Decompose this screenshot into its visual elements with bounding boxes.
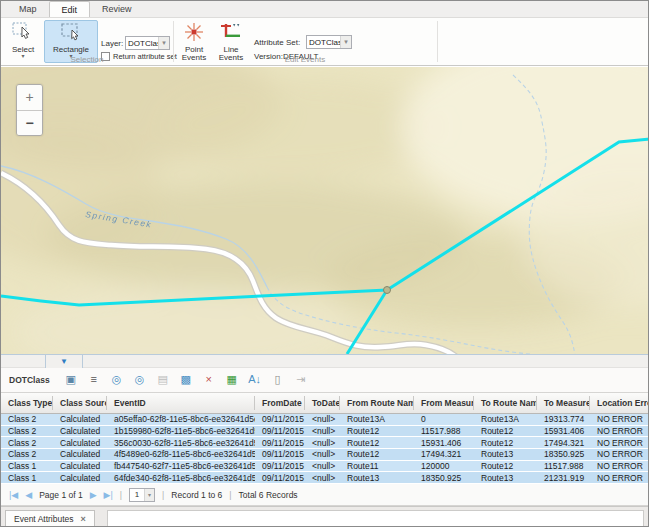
table-column-header[interactable]: Location Error: [590, 396, 648, 410]
ribbon: Select ▾ Rectangle ▾ Layer: DOTClass ▾ R…: [1, 18, 648, 66]
bottom-tab-bar: Event Attributes ×: [1, 506, 648, 526]
cell-event-id: a05effa0-62f8-11e5-8bc6-ee32641d5ec9: [107, 414, 255, 424]
selection-group-label: Selection: [1, 55, 173, 64]
table-column-header[interactable]: EventID: [107, 396, 255, 410]
table-column-header[interactable]: Class Source: [53, 396, 107, 410]
cell-to-route-name: Route13: [474, 473, 537, 483]
measure-record-icon[interactable]: ⇥: [294, 373, 308, 387]
sort-icon[interactable]: A↓: [248, 373, 262, 387]
cell-from-measure: 0: [414, 414, 474, 424]
cell-from-measure: 15931.406: [414, 438, 474, 448]
attribute-set-dropdown[interactable]: DOTClass ▾: [306, 35, 352, 49]
map-view[interactable]: Spring Creek: [1, 67, 649, 354]
cell-to-route-name: Route12: [474, 426, 537, 436]
table-toolbar-icons: ▣≡◎◎▤▩×▦A↓▯⇥: [64, 373, 308, 387]
record-range-text: Record 1 to 6: [171, 490, 222, 500]
save-icon[interactable]: ▤: [156, 373, 170, 387]
layer-label: Layer:: [101, 39, 123, 48]
cell-to-route-name: Route13: [474, 449, 537, 459]
table-row[interactable]: Class 2 Calculated 4f5489e0-62f8-11e5-8b…: [1, 449, 648, 461]
cell-from-route-name: Route11: [340, 461, 414, 471]
cell-class-source: Calculated: [53, 438, 107, 448]
last-page-button[interactable]: ▶|: [104, 490, 113, 500]
table-column-header[interactable]: To Route Name: [474, 396, 537, 410]
attribute-set-dropdown-arrow-icon: ▾: [340, 36, 351, 48]
cell-event-id: 1b159980-62f8-11e5-8bc6-ee32641d5ec9: [107, 426, 255, 436]
table-row[interactable]: Class 2 Calculated a05effa0-62f8-11e5-8b…: [1, 414, 648, 426]
add-record-icon[interactable]: ▦: [225, 373, 239, 387]
copy-record-icon[interactable]: ▯: [271, 373, 285, 387]
cell-class-type: Class 1: [1, 473, 53, 483]
cell-from-route-name: Route12: [340, 449, 414, 459]
switch-selection-icon[interactable]: ▩: [179, 373, 193, 387]
tab-event-attributes[interactable]: Event Attributes ×: [5, 510, 95, 527]
attribute-table-toolbar: DOTClass ▣≡◎◎▤▩×▦A↓▯⇥: [1, 368, 648, 393]
table-column-header[interactable]: Class Type: [1, 396, 53, 410]
table-column-header[interactable]: From Route Name: [340, 396, 414, 410]
cell-to-measure: 17494.321: [537, 438, 590, 448]
cell-to-measure: 15931.406: [537, 426, 590, 436]
table-pagination-bar: |◀ ◀ Page 1 of 1 ▶ ▶| | 1 ▾ | Record 1 t…: [1, 484, 648, 506]
page-select-dropdown[interactable]: 1 ▾: [129, 488, 155, 502]
cell-class-type: Class 2: [1, 449, 53, 459]
cell-from-measure: 17494.321: [414, 449, 474, 459]
table-row[interactable]: Class 1 Calculated fb447540-62f7-11e5-8b…: [1, 461, 648, 473]
zoom-to-record-icon[interactable]: ◎: [110, 373, 124, 387]
table-column-header[interactable]: FromDate: [255, 396, 305, 410]
select-tool-icon[interactable]: ▣: [64, 373, 78, 387]
layer-dropdown[interactable]: DOTClass ▾: [125, 36, 170, 50]
table-row[interactable]: Class 2 Calculated 356c0030-62f8-11e5-8b…: [1, 437, 648, 449]
pan-to-record-icon[interactable]: ◎: [133, 373, 147, 387]
cell-location-error: NO ERROR: [590, 438, 648, 448]
table-column-header[interactable]: To Measure: [537, 396, 590, 410]
cell-to-date: <null>: [305, 473, 340, 483]
clear-selection-icon[interactable]: ×: [202, 373, 216, 387]
cell-to-date: <null>: [305, 438, 340, 448]
collapse-panel-button[interactable]: ▼: [45, 354, 83, 368]
tab-review[interactable]: Review: [90, 1, 144, 17]
cell-to-measure: 19313.774: [537, 414, 590, 424]
zoom-in-button[interactable]: +: [17, 85, 42, 110]
cell-from-date: 09/11/2015: [255, 461, 305, 471]
cell-from-date: 09/11/2015: [255, 438, 305, 448]
cell-from-date: 09/11/2015: [255, 473, 305, 483]
rectangle-select-icon: [59, 21, 83, 45]
previous-page-button[interactable]: ◀: [25, 490, 32, 500]
edit-events-group-label: Edit Events: [173, 55, 437, 64]
table-column-header[interactable]: ToDate: [305, 396, 340, 410]
ribbon-tab-bar: Map Edit Review: [1, 1, 648, 18]
cell-to-route-name: Route12: [474, 461, 537, 471]
cell-to-date: <null>: [305, 449, 340, 459]
table-row[interactable]: Class 1 Calculated 64fde340-62f8-11e5-8b…: [1, 472, 648, 484]
cell-class-type: Class 2: [1, 426, 53, 436]
cell-event-id: fb447540-62f7-11e5-8bc6-ee32641d5ec9: [107, 461, 255, 471]
next-page-button[interactable]: ▶: [90, 490, 97, 500]
tab-edit[interactable]: Edit: [49, 1, 91, 17]
first-page-button[interactable]: |◀: [9, 490, 18, 500]
page-dropdown-arrow-icon: ▾: [144, 489, 154, 501]
cell-from-measure: 11517.988: [414, 426, 474, 436]
zoom-out-button[interactable]: −: [17, 110, 42, 135]
cell-event-id: 356c0030-62f8-11e5-8bc6-ee32641d5ec9: [107, 438, 255, 448]
junction-marker[interactable]: [384, 287, 391, 294]
table-menu-icon[interactable]: ≡: [87, 373, 101, 387]
cell-location-error: NO ERROR: [590, 414, 648, 424]
cell-class-source: Calculated: [53, 473, 107, 483]
cell-to-measure: 11517.988: [537, 461, 590, 471]
cell-class-type: Class 1: [1, 461, 53, 471]
table-row[interactable]: Class 2 Calculated 1b159980-62f8-11e5-8b…: [1, 426, 648, 438]
cell-from-date: 09/11/2015: [255, 414, 305, 424]
cell-from-route-name: Route12: [340, 438, 414, 448]
cell-location-error: NO ERROR: [590, 461, 648, 471]
cell-to-date: <null>: [305, 426, 340, 436]
cell-location-error: NO ERROR: [590, 473, 648, 483]
table-column-header[interactable]: From Measure: [414, 396, 474, 410]
close-tab-icon[interactable]: ×: [81, 514, 86, 524]
event-editor-window: Map Edit Review Select ▾ Rectangle: [0, 0, 649, 527]
cell-from-measure: 18350.925: [414, 473, 474, 483]
cell-location-error: NO ERROR: [590, 449, 648, 459]
attribute-table-body: Class 2 Calculated a05effa0-62f8-11e5-8b…: [1, 414, 648, 484]
tab-map[interactable]: Map: [7, 1, 49, 17]
cell-class-source: Calculated: [53, 414, 107, 424]
record-total-text: Total 6 Records: [239, 490, 298, 500]
